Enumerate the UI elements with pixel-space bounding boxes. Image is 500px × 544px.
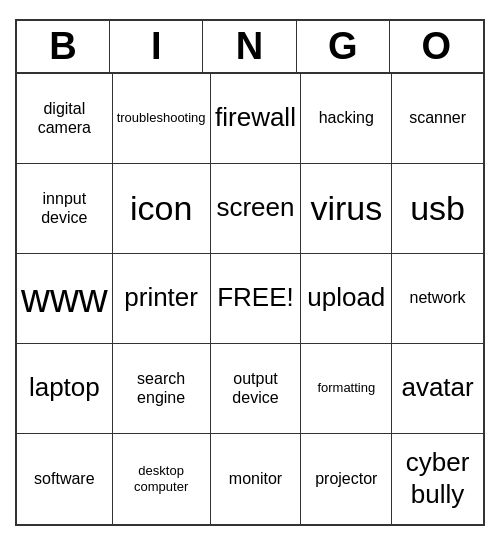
- cell-text: software: [34, 469, 94, 488]
- cell-text: monitor: [229, 469, 282, 488]
- bingo-cell: formatting: [301, 344, 392, 434]
- cell-text: formatting: [317, 380, 375, 396]
- cell-text: usb: [410, 188, 465, 229]
- bingo-cell: network: [392, 254, 483, 344]
- header-letter: B: [17, 21, 110, 72]
- bingo-cell: digital camera: [17, 74, 113, 164]
- cell-text: search engine: [117, 369, 206, 407]
- cell-text: innput device: [21, 189, 108, 227]
- cell-text: icon: [130, 188, 192, 229]
- bingo-cell: firewall: [211, 74, 302, 164]
- cell-text: firewall: [215, 102, 296, 133]
- bingo-grid: digital cameratroubleshootingfirewallhac…: [17, 74, 483, 524]
- bingo-cell: avatar: [392, 344, 483, 434]
- cell-text: digital camera: [21, 99, 108, 137]
- bingo-cell: innput device: [17, 164, 113, 254]
- bingo-cell: printer: [113, 254, 211, 344]
- bingo-cell: screen: [211, 164, 302, 254]
- cell-text: desktop computer: [117, 463, 206, 494]
- cell-text: troubleshooting: [117, 110, 206, 126]
- header-letter: I: [110, 21, 203, 72]
- cell-text: network: [410, 288, 466, 307]
- cell-text: projector: [315, 469, 377, 488]
- bingo-header: BINGO: [17, 21, 483, 74]
- bingo-cell: upload: [301, 254, 392, 344]
- bingo-cell: software: [17, 434, 113, 524]
- bingo-cell: projector: [301, 434, 392, 524]
- bingo-cell: cyber bully: [392, 434, 483, 524]
- cell-text: upload: [307, 282, 385, 313]
- cell-text: output device: [215, 369, 297, 407]
- header-letter: N: [203, 21, 296, 72]
- bingo-cell: hacking: [301, 74, 392, 164]
- bingo-cell: search engine: [113, 344, 211, 434]
- cell-text: scanner: [409, 108, 466, 127]
- bingo-cell: usb: [392, 164, 483, 254]
- bingo-cell: troubleshooting: [113, 74, 211, 164]
- bingo-cell: output device: [211, 344, 302, 434]
- cell-text: laptop: [29, 372, 100, 403]
- bingo-cell: www: [17, 254, 113, 344]
- bingo-cell: scanner: [392, 74, 483, 164]
- bingo-card: BINGO digital cameratroubleshootingfirew…: [15, 19, 485, 526]
- bingo-cell: laptop: [17, 344, 113, 434]
- cell-text: printer: [124, 282, 198, 313]
- bingo-cell: monitor: [211, 434, 302, 524]
- cell-text: screen: [216, 192, 294, 223]
- bingo-cell: desktop computer: [113, 434, 211, 524]
- header-letter: O: [390, 21, 483, 72]
- cell-text: www: [21, 274, 108, 322]
- bingo-cell: virus: [301, 164, 392, 254]
- cell-text: virus: [310, 188, 382, 229]
- header-letter: G: [297, 21, 390, 72]
- cell-text: FREE!: [217, 282, 294, 313]
- cell-text: cyber bully: [396, 447, 479, 509]
- cell-text: hacking: [319, 108, 374, 127]
- bingo-cell: FREE!: [211, 254, 302, 344]
- bingo-cell: icon: [113, 164, 211, 254]
- cell-text: avatar: [401, 372, 473, 403]
